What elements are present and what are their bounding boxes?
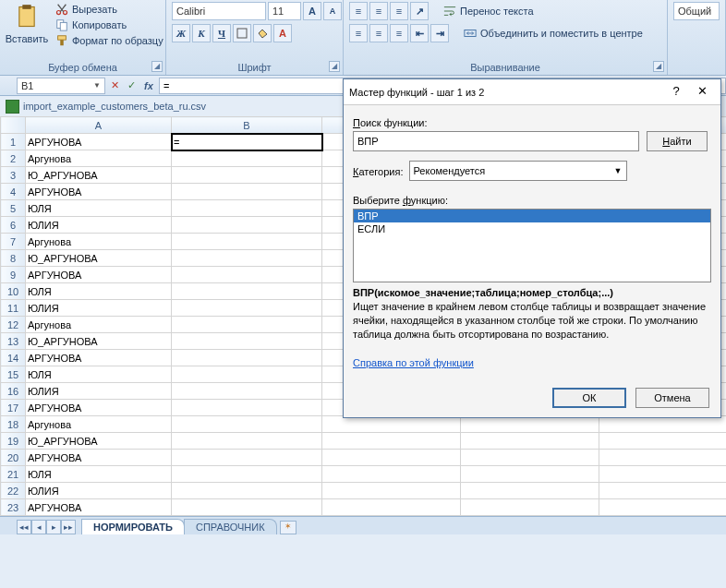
- row-header[interactable]: 17: [1, 400, 26, 416]
- cell[interactable]: ЮЛЯ: [26, 366, 172, 383]
- paste-button[interactable]: Вставить: [6, 2, 48, 46]
- clipboard-expand[interactable]: ◢: [151, 61, 163, 72]
- cell[interactable]: Аргунова: [26, 234, 172, 250]
- underline-button[interactable]: Ч: [212, 24, 231, 42]
- row-header[interactable]: 1: [1, 134, 26, 150]
- cell[interactable]: [172, 267, 322, 283]
- merge-center-button[interactable]: Объединить и поместить в центре: [460, 26, 647, 41]
- find-button[interactable]: Найти: [647, 131, 708, 151]
- cell[interactable]: Аргунова: [26, 150, 172, 167]
- cell[interactable]: АРГУНОВА: [26, 400, 172, 416]
- cell[interactable]: [172, 483, 322, 499]
- bold-button[interactable]: Ж: [172, 24, 190, 42]
- cell[interactable]: ЮЛИЯ: [26, 383, 172, 400]
- cell[interactable]: [172, 366, 322, 383]
- row-header[interactable]: 6: [1, 217, 26, 234]
- cell[interactable]: [599, 499, 727, 516]
- row-header[interactable]: 15: [1, 366, 26, 383]
- fill-color-button[interactable]: [253, 24, 272, 42]
- cell[interactable]: [172, 250, 322, 267]
- cell[interactable]: [172, 167, 322, 184]
- row-header[interactable]: 5: [1, 200, 26, 217]
- cell[interactable]: [172, 416, 322, 433]
- number-format-combo[interactable]: Общий: [673, 2, 720, 20]
- cell[interactable]: [172, 200, 322, 217]
- dialog-help-button[interactable]: ?: [663, 83, 689, 102]
- dialog-close-button[interactable]: ✕: [689, 83, 715, 102]
- formula-cancel-button[interactable]: ✕: [107, 79, 122, 91]
- cell[interactable]: [172, 317, 322, 333]
- cell[interactable]: [599, 483, 727, 499]
- cell[interactable]: АРГУНОВА: [26, 267, 172, 283]
- font-color-button[interactable]: A: [273, 24, 292, 42]
- cell[interactable]: [461, 416, 599, 433]
- cell[interactable]: [172, 450, 322, 466]
- cell[interactable]: [599, 466, 727, 483]
- cell[interactable]: [599, 450, 727, 466]
- row-header[interactable]: 8: [1, 250, 26, 267]
- function-option-vpr[interactable]: ВПР: [354, 210, 710, 222]
- formula-confirm-button[interactable]: ✓: [124, 79, 139, 91]
- cell[interactable]: [461, 466, 599, 483]
- cell[interactable]: [172, 333, 322, 350]
- increase-indent-button[interactable]: ⇥: [430, 24, 449, 42]
- row-header[interactable]: 13: [1, 333, 26, 350]
- new-sheet-button[interactable]: ✶: [280, 521, 296, 534]
- cell[interactable]: Ю_АРГУНОВА: [26, 250, 172, 267]
- wrap-text-button[interactable]: Перенос текста: [440, 4, 538, 18]
- row-header[interactable]: 7: [1, 234, 26, 250]
- cell[interactable]: [172, 433, 322, 450]
- row-header[interactable]: 12: [1, 317, 26, 333]
- borders-button[interactable]: [233, 24, 251, 42]
- cell[interactable]: [172, 150, 322, 167]
- cell[interactable]: ЮЛИЯ: [26, 217, 172, 234]
- cell[interactable]: ЮЛИЯ: [26, 300, 172, 317]
- cell[interactable]: [461, 433, 599, 450]
- row-header[interactable]: 18: [1, 416, 26, 433]
- alignment-expand[interactable]: ◢: [653, 61, 664, 72]
- cell[interactable]: ЮЛЯ: [26, 283, 172, 300]
- decrease-indent-button[interactable]: ⇤: [410, 24, 429, 42]
- cell[interactable]: Аргунова: [26, 317, 172, 333]
- align-bottom-button[interactable]: ≡: [390, 2, 408, 20]
- function-list[interactable]: ВПР ЕСЛИ: [353, 209, 711, 282]
- cell[interactable]: [172, 400, 322, 416]
- cell[interactable]: [599, 433, 727, 450]
- ok-button[interactable]: ОК: [552, 388, 626, 408]
- row-header[interactable]: 23: [1, 499, 26, 516]
- tab-nav-first[interactable]: ◂◂: [17, 520, 31, 534]
- cell[interactable]: АРГУНОВА: [26, 184, 172, 200]
- cell[interactable]: [172, 283, 322, 300]
- row-header[interactable]: 22: [1, 483, 26, 499]
- cell[interactable]: [322, 416, 461, 433]
- align-left-button[interactable]: ≡: [349, 24, 368, 42]
- insert-function-button[interactable]: fx: [140, 80, 157, 91]
- cut-button[interactable]: Вырезать: [52, 2, 167, 17]
- row-header[interactable]: 10: [1, 283, 26, 300]
- cell[interactable]: ЮЛЯ: [26, 200, 172, 217]
- format-painter-button[interactable]: Формат по образцу: [52, 33, 167, 48]
- name-box[interactable]: B1▼: [17, 78, 105, 94]
- cell[interactable]: ЮЛИЯ: [26, 483, 172, 499]
- row-header[interactable]: 20: [1, 450, 26, 466]
- row-header[interactable]: 9: [1, 267, 26, 283]
- cell[interactable]: [172, 383, 322, 400]
- italic-button[interactable]: К: [192, 24, 211, 42]
- cell[interactable]: [461, 483, 599, 499]
- cell[interactable]: АРГУНОВА: [26, 450, 172, 466]
- sheet-tab-other[interactable]: СПРАВОЧНИК: [184, 519, 277, 534]
- dialog-titlebar[interactable]: Мастер функций - шаг 1 из 2 ? ✕: [344, 79, 720, 105]
- cell[interactable]: Аргунова: [26, 416, 172, 433]
- search-function-input[interactable]: ВПР: [353, 131, 639, 151]
- row-header[interactable]: 21: [1, 466, 26, 483]
- cell[interactable]: [172, 217, 322, 234]
- row-header[interactable]: 16: [1, 383, 26, 400]
- cell[interactable]: [461, 450, 599, 466]
- row-header[interactable]: 19: [1, 433, 26, 450]
- cell[interactable]: [322, 466, 461, 483]
- cell[interactable]: [599, 416, 727, 433]
- col-header-b[interactable]: B: [172, 117, 322, 134]
- cell[interactable]: Ю_АРГУНОВА: [26, 333, 172, 350]
- cell[interactable]: [172, 234, 322, 250]
- row-header[interactable]: 11: [1, 300, 26, 317]
